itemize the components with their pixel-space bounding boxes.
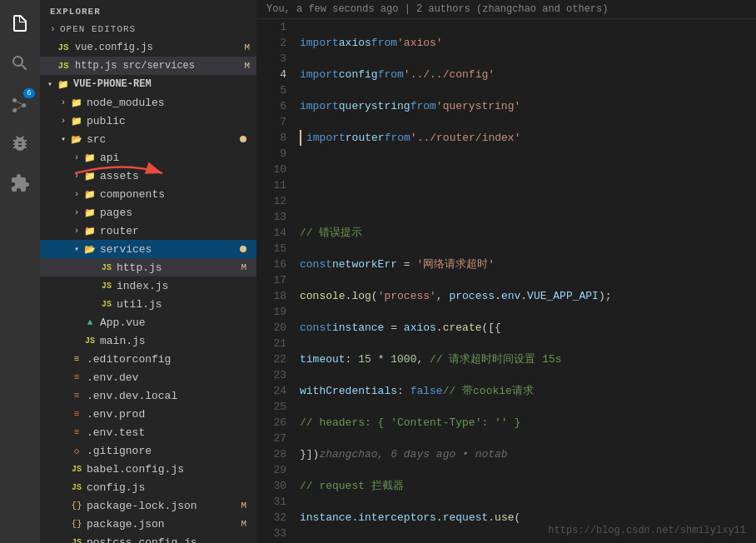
search-icon[interactable]	[0, 43, 40, 83]
tree-item-services[interactable]: ▾ 📂 services	[40, 240, 256, 258]
tree-item-node-modules[interactable]: › 📁 node_modules	[40, 93, 256, 112]
src-label: src	[87, 133, 106, 146]
line-num-22: 22	[256, 351, 286, 367]
code-line-10: const instance = axios.create([{	[300, 320, 756, 336]
js-file-icon-2: JS	[57, 59, 70, 72]
json-icon: {}	[70, 499, 83, 512]
line-num-23: 23	[256, 367, 286, 383]
modified-dot	[240, 246, 246, 252]
public-label: public	[87, 115, 126, 127]
line-num-32: 32	[256, 510, 286, 526]
code-line-3: import querystring from 'querystring'	[300, 98, 756, 114]
tree-item-env-dev[interactable]: ≡ .env.dev	[40, 368, 256, 386]
node-modules-label: node_modules	[87, 97, 165, 109]
open-tab-vue-config-label: vue.config.js	[75, 42, 153, 53]
line-num-25: 25	[256, 399, 286, 415]
app-vue-label: App.vue	[100, 316, 146, 329]
line-num-14: 14	[256, 225, 286, 241]
line-num-3: 3	[256, 51, 286, 67]
project-root[interactable]: ▾ 📁 VUE-PHONE-REM	[40, 75, 256, 93]
js-icon: JS	[100, 261, 113, 274]
tree-item-gitignore[interactable]: ◇ .gitignore	[40, 441, 256, 460]
open-editors-header[interactable]: › Open Editors	[40, 20, 256, 38]
tree-item-src[interactable]: ▾ 📂 src	[40, 130, 256, 148]
source-control-icon[interactable]: 6	[0, 83, 40, 123]
package-lock-json-label: package-lock.json	[87, 500, 197, 512]
line-num-24: 24	[256, 383, 286, 399]
chevron-right-icon: ›	[70, 224, 83, 237]
code-line-16: instance.interceptors.request.use(	[300, 510, 756, 526]
line-num-4: 4	[256, 67, 286, 82]
code-line-15: // request 拦截器	[300, 478, 756, 494]
vue-icon: ▲	[83, 316, 97, 329]
folder-icon: 📁	[57, 77, 70, 91]
tree-item-components[interactable]: › 📁 components	[40, 185, 256, 203]
chevron-right-icon: ›	[70, 169, 83, 182]
m-badge: M	[241, 519, 246, 529]
line-num-20: 20	[256, 320, 286, 336]
code-line-13: // headers: { 'Content-Type': '' }	[300, 415, 756, 431]
tree-item-http-js[interactable]: JS http.js M	[40, 258, 256, 276]
json-icon: {}	[70, 517, 83, 531]
chevron-down-icon: ▾	[57, 132, 70, 146]
router-label: router	[100, 225, 139, 237]
open-tab-http-js[interactable]: JS http.js src/services M	[40, 57, 256, 75]
tree-item-babel-config[interactable]: JS babel.config.js	[40, 460, 256, 478]
tree-item-router[interactable]: › 📁 router	[40, 222, 256, 240]
tree-item-index-js[interactable]: JS index.js	[40, 276, 256, 295]
tree-item-editorconfig[interactable]: ≡ .editorconfig	[40, 350, 256, 368]
line-num-9: 9	[256, 146, 286, 162]
project-root-label: VUE-PHONE-REM	[73, 78, 152, 90]
line-num-33: 33	[256, 526, 286, 541]
postcss-config-label: postcss.config.js	[87, 536, 197, 544]
modified-dot	[240, 136, 246, 142]
code-line-11: timeout: 15 * 1000, // 请求超时时间设置 15s	[300, 351, 756, 367]
folder-icon: 📁	[70, 96, 83, 109]
tree-item-package-json[interactable]: {} package.json M	[40, 515, 256, 533]
tree-item-api[interactable]: › 📁 api	[40, 148, 256, 167]
tree-item-main-js[interactable]: JS main.js	[40, 331, 256, 350]
line-num-11: 11	[256, 177, 286, 193]
env-icon: ≡	[70, 389, 83, 402]
config-js-label: config.js	[87, 481, 145, 494]
tree-item-package-lock-json[interactable]: {} package-lock.json M	[40, 496, 256, 515]
tree-item-postcss-config[interactable]: JS postcss.config.js	[40, 533, 256, 543]
code-content[interactable]: import axios from 'axios' import config …	[293, 19, 756, 543]
babel-config-label: babel.config.js	[87, 463, 184, 476]
folder-open-icon: 📂	[70, 132, 83, 146]
line-num-10: 10	[256, 162, 286, 177]
watermark: https://blog.csdn.net/shmilylxy11	[548, 525, 746, 536]
line-num-31: 31	[256, 494, 286, 510]
debug-icon[interactable]	[0, 123, 40, 163]
tree-item-assets[interactable]: › 📁 assets	[40, 167, 256, 185]
chevron-down-icon: ▾	[70, 242, 83, 256]
chevron-down-icon: ▾	[43, 77, 57, 91]
extensions-icon[interactable]	[0, 163, 40, 203]
open-tab-vue-config[interactable]: JS vue.config.js M	[40, 38, 256, 57]
line-num-2: 2	[256, 35, 286, 51]
tree-item-env-dev-local[interactable]: ≡ .env.dev.local	[40, 386, 256, 405]
folder-icon: 📁	[83, 206, 97, 219]
tree-item-pages[interactable]: › 📁 pages	[40, 203, 256, 222]
line-num-17: 17	[256, 272, 286, 288]
tree-item-app-vue[interactable]: ▲ App.vue	[40, 313, 256, 331]
gitignore-label: .gitignore	[87, 445, 152, 457]
m-badge: M	[241, 501, 246, 511]
m-badge: M	[241, 262, 246, 272]
tree-item-public[interactable]: › 📁 public	[40, 112, 256, 130]
files-icon[interactable]	[0, 3, 40, 43]
modified-badge-2: M	[244, 61, 250, 71]
editor-info-bar: You, a few seconds ago | 2 authors (zhan…	[256, 0, 756, 19]
tree-item-util-js[interactable]: JS util.js	[40, 295, 256, 313]
tree-item-config-js[interactable]: JS config.js	[40, 478, 256, 496]
code-area[interactable]: 1 2 3 4 5 6 7 8 9 10 11 12 13 14 15 16 1…	[256, 19, 756, 543]
code-line-14: }]) zhangchao, 6 days ago • notab	[300, 446, 756, 462]
js-icon: JS	[83, 334, 97, 347]
tree-item-env-prod[interactable]: ≡ .env.prod	[40, 405, 256, 423]
code-line-12: withCredentials: false // 带cookie请求	[300, 383, 756, 399]
line-numbers: 1 2 3 4 5 6 7 8 9 10 11 12 13 14 15 16 1…	[256, 19, 293, 543]
index-js-label: index.js	[117, 280, 168, 292]
main-js-label: main.js	[100, 335, 146, 347]
activity-bar: 6	[0, 0, 40, 543]
tree-item-env-test[interactable]: ≡ .env.test	[40, 423, 256, 441]
